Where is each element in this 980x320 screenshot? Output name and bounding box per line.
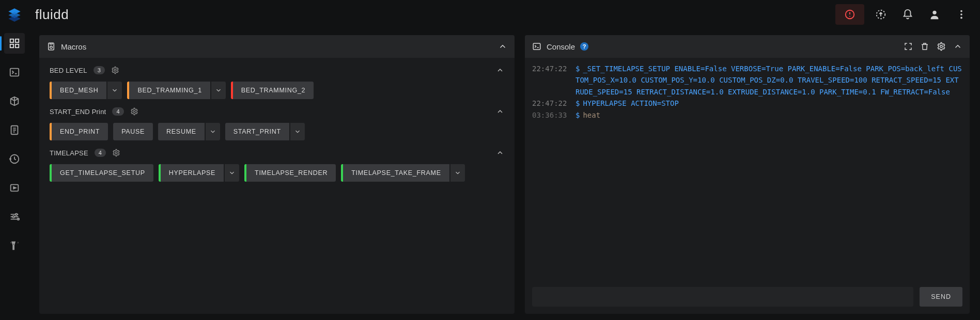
macro-category-count: 4 [95, 149, 106, 157]
more-button[interactable] [951, 4, 972, 25]
console-title: Console [547, 42, 575, 51]
macro-category-name: START_END Print [50, 108, 106, 116]
notifications-button[interactable] [897, 4, 918, 25]
macro-button[interactable]: PAUSE [113, 123, 153, 140]
gear-icon[interactable] [130, 107, 138, 116]
macro-category-header: START_END Print4 [50, 107, 504, 116]
gear-icon[interactable] [112, 149, 120, 157]
console-fullscreen-button[interactable] [904, 42, 913, 51]
macro-category: START_END Print4END_PRINTPAUSERESUMESTAR… [39, 101, 515, 142]
macro-chip: GET_TIMELAPSE_SETUP [50, 164, 153, 182]
macros-icon [46, 42, 56, 51]
macros-panel: Macros BED LEVEL3BED_MESHBED_TRAMMING_1B… [39, 35, 515, 314]
console-send-button[interactable]: SEND [920, 287, 962, 307]
macro-dropdown-button[interactable] [107, 82, 122, 99]
console-input-row: SEND [525, 282, 970, 314]
chevron-up-icon[interactable] [496, 107, 504, 116]
console-panel: Console ? [525, 35, 970, 314]
macro-dropdown-button[interactable] [225, 164, 239, 182]
nav-jobs[interactable] [4, 120, 25, 140]
nav-history[interactable] [4, 149, 25, 169]
nav-configure[interactable] [4, 235, 25, 256]
svg-rect-9 [10, 44, 13, 47]
macro-chip: BED_TRAMMING_1 [127, 82, 225, 99]
user-button[interactable] [924, 4, 945, 25]
svg-point-3 [932, 11, 936, 14]
svg-point-5 [960, 13, 962, 15]
macro-chip: END_PRINT [50, 123, 108, 140]
log-text: $heat [575, 109, 962, 121]
nav-gcode-preview[interactable] [4, 91, 25, 111]
user-icon [929, 9, 940, 20]
macro-category-header: TIMELAPSE4 [50, 149, 504, 157]
svg-point-23 [940, 45, 943, 48]
collapse-macros-button[interactable] [498, 42, 507, 51]
macro-category-count: 4 [112, 107, 123, 116]
macro-category: BED LEVEL3BED_MESHBED_TRAMMING_1BED_TRAM… [39, 60, 515, 101]
console-clear-button[interactable] [920, 42, 929, 51]
macros-header: Macros [39, 35, 515, 58]
nav-console[interactable] [4, 62, 25, 83]
svg-point-1 [849, 16, 850, 17]
log-text: $HYPERLAPSE ACTION=STOP [575, 98, 962, 109]
console-log-row: 22:47:22$HYPERLAPSE ACTION=STOP [532, 98, 962, 109]
macro-button[interactable]: TIMELAPSE_TAKE_FRAME [343, 164, 449, 182]
macro-category-name: TIMELAPSE [50, 149, 88, 157]
log-timestamp: 03:36:33 [532, 109, 569, 121]
macro-button[interactable]: BED_TRAMMING_1 [129, 82, 210, 99]
console-log-row: 03:36:33$heat [532, 109, 962, 121]
svg-rect-11 [10, 69, 19, 76]
console-help-icon[interactable]: ? [580, 42, 588, 51]
macro-chip: BED_MESH [50, 82, 122, 99]
more-vert-icon [956, 9, 967, 20]
power-alert-icon [844, 9, 855, 20]
svg-point-18 [50, 46, 53, 49]
macro-category: TIMELAPSE4GET_TIMELAPSE_SETUPHYPERLAPSET… [39, 142, 515, 184]
macro-dropdown-button[interactable] [211, 82, 226, 99]
svg-point-6 [960, 17, 962, 19]
macro-category-count: 3 [94, 66, 105, 74]
svg-point-21 [115, 152, 117, 154]
macro-button[interactable]: BED_TRAMMING_2 [233, 82, 314, 99]
macro-chip: TIMELAPSE_TAKE_FRAME [341, 164, 465, 182]
svg-point-4 [960, 10, 962, 12]
chevron-up-icon[interactable] [496, 66, 504, 74]
macro-button[interactable]: GET_TIMELAPSE_SETUP [52, 164, 153, 182]
macro-button[interactable]: START_PRINT [225, 123, 289, 140]
sidebar [0, 29, 29, 320]
macro-button[interactable]: HYPERLAPSE [161, 164, 224, 182]
gear-icon[interactable] [111, 66, 119, 74]
console-log[interactable]: 22:47:22$_SET_TIMELAPSE_SETUP ENABLE=Fal… [525, 58, 970, 282]
chevron-up-icon[interactable] [496, 149, 504, 157]
nav-tune[interactable] [4, 206, 25, 227]
macro-chip: PAUSE [113, 123, 153, 140]
collapse-console-button[interactable] [953, 42, 962, 51]
macro-button[interactable]: END_PRINT [52, 123, 108, 140]
macro-button[interactable]: RESUME [158, 123, 205, 140]
app-body: Macros BED LEVEL3BED_MESHBED_TRAMMING_1B… [0, 29, 980, 320]
bell-icon [902, 9, 913, 20]
topbar: fluidd [0, 0, 980, 29]
console-input[interactable] [532, 287, 913, 307]
macros-title: Macros [61, 42, 86, 51]
app-logo [0, 7, 29, 22]
console-settings-button[interactable] [937, 42, 946, 51]
uploads-button[interactable] [870, 4, 891, 25]
log-text: $_SET_TIMELAPSE_SETUP ENABLE=False VERBO… [575, 63, 962, 98]
macro-dropdown-button[interactable] [290, 123, 305, 140]
macro-chip: BED_TRAMMING_2 [231, 82, 314, 99]
estop-button[interactable] [835, 4, 864, 25]
macro-button[interactable]: TIMELAPSE_RENDER [246, 164, 336, 182]
nav-dashboard[interactable] [4, 33, 25, 54]
svg-point-19 [114, 69, 116, 71]
svg-point-16 [18, 218, 20, 220]
macro-chip: HYPERLAPSE [159, 164, 239, 182]
macro-chip: RESUME [158, 123, 220, 140]
console-header: Console ? [525, 35, 970, 58]
macro-dropdown-button[interactable] [206, 123, 220, 140]
svg-rect-10 [15, 44, 19, 47]
macro-button[interactable]: BED_MESH [52, 82, 106, 99]
app-title: fluidd [35, 7, 69, 23]
macro-dropdown-button[interactable] [450, 164, 465, 182]
nav-timelapse[interactable] [4, 178, 25, 198]
